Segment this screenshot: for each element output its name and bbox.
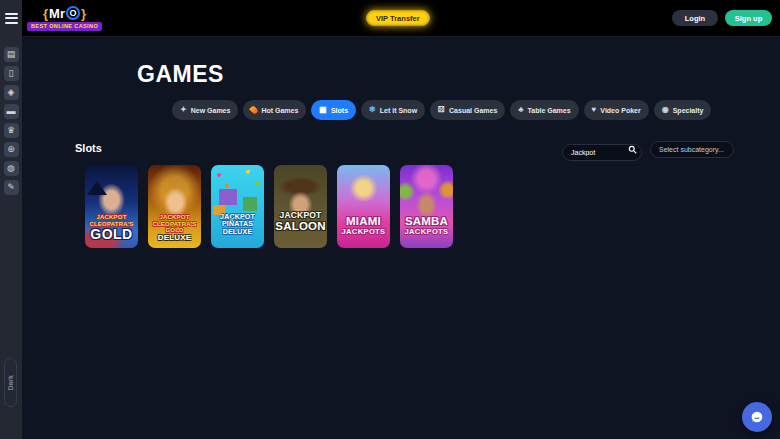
game-card-samba-jackpots[interactable]: SAMBA JACKPOTS bbox=[400, 165, 453, 248]
game-title-line: DELUXE bbox=[211, 228, 264, 236]
playing-cards-icon: ♣ bbox=[518, 106, 523, 114]
main-content: GAMES ✦ New Games Hot Games ▦ Slots ❄ Le… bbox=[22, 37, 780, 439]
specialty-ball-icon: ◉ bbox=[662, 106, 669, 114]
tab-table-games[interactable]: ♣ Table Games bbox=[510, 100, 578, 120]
game-card-miami-jackpots[interactable]: MIAMI JACKPOTS bbox=[337, 165, 390, 248]
tab-casual-games[interactable]: ⚄ Casual Games bbox=[430, 100, 505, 120]
logo-o-ring: O bbox=[66, 6, 80, 20]
top-bar: { MrO } BEST ONLINE CASINO VIP Transfer … bbox=[0, 0, 780, 37]
chat-bubble-icon bbox=[749, 409, 765, 425]
left-sidebar: ▤ ▯ ◈ ▬ ♛ ⊛ ◍ ✎ Dark bbox=[0, 37, 22, 439]
site-logo[interactable]: { MrO } BEST ONLINE CASINO bbox=[27, 6, 102, 31]
tab-let-it-snow[interactable]: ❄ Let it Snow bbox=[361, 100, 425, 120]
game-title-line: JACKPOTS bbox=[337, 228, 390, 236]
logo-tagline: BEST ONLINE CASINO bbox=[27, 22, 102, 31]
game-card-jackpot-saloon[interactable]: JACKPOT SALOON bbox=[274, 165, 327, 248]
sidebar-vip-crown-icon[interactable]: ♛ bbox=[4, 123, 19, 138]
page-title: GAMES bbox=[137, 61, 224, 88]
sidebar-blog-pencil-icon[interactable]: ✎ bbox=[4, 180, 19, 195]
tab-hot-games[interactable]: Hot Games bbox=[243, 100, 306, 120]
dice-icon: ⚄ bbox=[438, 106, 445, 114]
game-title-line: PIÑATAS bbox=[211, 220, 264, 228]
sidebar-rewards-medal-icon[interactable]: ⊛ bbox=[4, 142, 19, 157]
game-title-line: MIAMI bbox=[337, 215, 390, 228]
dark-theme-toggle[interactable]: Dark bbox=[4, 358, 17, 407]
tab-specialty[interactable]: ◉ Specialty bbox=[654, 100, 712, 120]
video-poker-icon: ♥ bbox=[592, 106, 597, 114]
sidebar-casino-chip-icon[interactable]: ◍ bbox=[4, 161, 19, 176]
search-icon[interactable] bbox=[628, 145, 637, 154]
flame-icon bbox=[249, 105, 259, 115]
tab-slots[interactable]: ▦ Slots bbox=[311, 100, 356, 120]
dark-theme-label: Dark bbox=[7, 375, 14, 391]
game-card-jackpot-cleopatras-gold-deluxe[interactable]: JACKPOT CLEOPATRA'S GOLD DELUXE bbox=[148, 165, 201, 248]
game-card-jackpot-pinatas-deluxe[interactable]: JACKPOT PIÑATAS DELUXE bbox=[211, 165, 264, 248]
game-title-line: DELUXE bbox=[148, 234, 201, 243]
game-title-line: SAMBA bbox=[400, 215, 453, 228]
sparkle-icon: ✦ bbox=[180, 106, 187, 114]
category-tabs: ✦ New Games Hot Games ▦ Slots ❄ Let it S… bbox=[172, 100, 711, 120]
snowflake-icon: ❄ bbox=[369, 106, 376, 114]
game-search bbox=[562, 141, 642, 158]
subcategory-select[interactable]: Select subcategory... bbox=[650, 141, 734, 158]
tab-new-games[interactable]: ✦ New Games bbox=[172, 100, 238, 120]
laurel-left-icon: { bbox=[43, 7, 48, 20]
chat-launcher-button[interactable] bbox=[742, 402, 772, 432]
slot-machine-icon: ▦ bbox=[319, 106, 327, 114]
game-card-grid: JACKPOT CLEOPATRA'S GOLD JACKPOT CLEOPAT… bbox=[85, 165, 453, 248]
hamburger-icon bbox=[5, 13, 18, 24]
laurel-right-icon: } bbox=[81, 7, 86, 20]
section-title-slots: Slots bbox=[75, 142, 102, 154]
login-button[interactable]: Login bbox=[672, 10, 718, 26]
game-card-jackpot-cleopatras-gold[interactable]: JACKPOT CLEOPATRA'S GOLD bbox=[85, 165, 138, 248]
game-title-line: JACKPOTS bbox=[400, 228, 453, 236]
game-title-line: SALOON bbox=[274, 220, 327, 233]
game-title-line: CLEOPATRA'S bbox=[148, 221, 201, 228]
signup-button[interactable]: Sign up bbox=[725, 10, 772, 26]
sidebar-slot-machine-icon[interactable]: ▤ bbox=[4, 47, 19, 62]
sidebar-banking-icon[interactable]: ▬ bbox=[4, 104, 19, 119]
game-title-line: GOLD bbox=[85, 227, 138, 243]
tab-video-poker[interactable]: ♥ Video Poker bbox=[584, 100, 649, 120]
vip-transfer-badge[interactable]: VIP Transfer bbox=[366, 10, 430, 26]
sidebar-promotions-icon[interactable]: ◈ bbox=[4, 85, 19, 100]
logo-text: MrO bbox=[49, 6, 80, 21]
hamburger-menu-button[interactable] bbox=[0, 0, 22, 37]
game-title-line: JACKPOT bbox=[85, 214, 138, 221]
sidebar-mobile-games-icon[interactable]: ▯ bbox=[4, 66, 19, 81]
game-title-line: JACKPOT bbox=[148, 214, 201, 221]
game-title-line: JACKPOT bbox=[274, 211, 327, 221]
casino-page: { MrO } BEST ONLINE CASINO VIP Transfer … bbox=[0, 0, 780, 439]
